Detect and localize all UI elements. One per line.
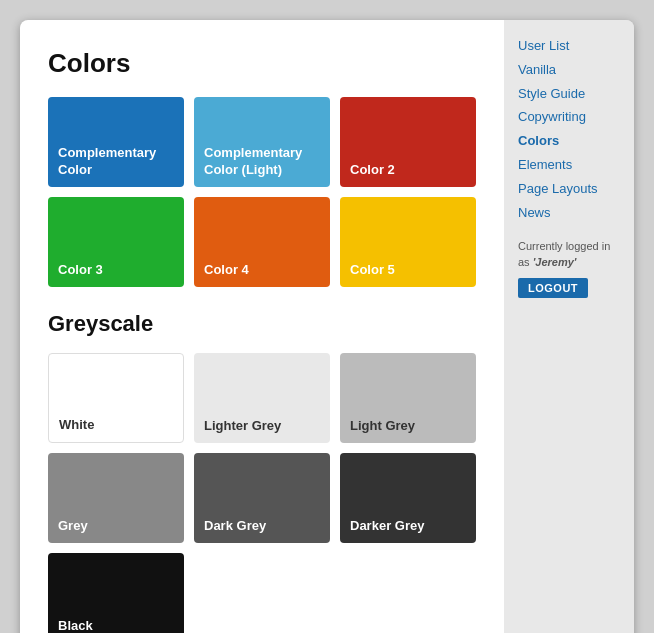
logout-button[interactable]: LOGOUT: [518, 278, 588, 298]
swatch-label: Color 3: [58, 262, 103, 279]
grey-swatch: Grey: [48, 453, 184, 543]
grey-swatch: Light Grey: [340, 353, 476, 443]
greyscale-title: Greyscale: [48, 311, 476, 337]
color-grid: Complementary ColorComplementary Color (…: [48, 97, 476, 287]
sidebar-nav-item[interactable]: News: [518, 203, 620, 224]
page-wrapper: Colors Complementary ColorComplementary …: [20, 20, 634, 633]
main-content: Colors Complementary ColorComplementary …: [20, 20, 504, 633]
page-title: Colors: [48, 48, 476, 79]
sidebar-nav-item[interactable]: Elements: [518, 155, 620, 176]
sidebar-nav-item[interactable]: Copywriting: [518, 107, 620, 128]
black-row: Black: [48, 553, 476, 633]
swatch-label: White: [59, 417, 94, 434]
swatch-label: Complementary Color: [58, 145, 174, 179]
color-swatch: Color 2: [340, 97, 476, 187]
swatch-label: Lighter Grey: [204, 418, 281, 435]
swatch-label: Grey: [58, 518, 88, 535]
swatch-label: Darker Grey: [350, 518, 424, 535]
color-swatch: Color 4: [194, 197, 330, 287]
grey-swatch: Lighter Grey: [194, 353, 330, 443]
grey-swatch: Dark Grey: [194, 453, 330, 543]
sidebar-nav-item[interactable]: Style Guide: [518, 84, 620, 105]
logged-in-text: Currently logged in as 'Jeremy': [518, 239, 620, 270]
swatch-label: Light Grey: [350, 418, 415, 435]
swatch-label: Black: [58, 618, 93, 633]
swatch-label: Color 4: [204, 262, 249, 279]
swatch-label: Color 5: [350, 262, 395, 279]
sidebar-nav-item[interactable]: Colors: [518, 131, 620, 152]
color-swatch: Color 3: [48, 197, 184, 287]
color-swatch: Complementary Color: [48, 97, 184, 187]
sidebar: User ListVanillaStyle GuideCopywritingCo…: [504, 20, 634, 633]
swatch-label: Complementary Color (Light): [204, 145, 320, 179]
black-swatch: Black: [48, 553, 184, 633]
color-swatch: Complementary Color (Light): [194, 97, 330, 187]
sidebar-nav-item[interactable]: Page Layouts: [518, 179, 620, 200]
greyscale-grid: WhiteLighter GreyLight GreyGreyDark Grey…: [48, 353, 476, 543]
sidebar-nav-item[interactable]: Vanilla: [518, 60, 620, 81]
sidebar-nav-item[interactable]: User List: [518, 36, 620, 57]
logged-in-username: 'Jeremy': [533, 256, 577, 268]
sidebar-nav: User ListVanillaStyle GuideCopywritingCo…: [518, 36, 620, 223]
swatch-label: Color 2: [350, 162, 395, 179]
swatch-label: Dark Grey: [204, 518, 266, 535]
grey-swatch: Darker Grey: [340, 453, 476, 543]
color-swatch: Color 5: [340, 197, 476, 287]
grey-swatch: White: [48, 353, 184, 443]
